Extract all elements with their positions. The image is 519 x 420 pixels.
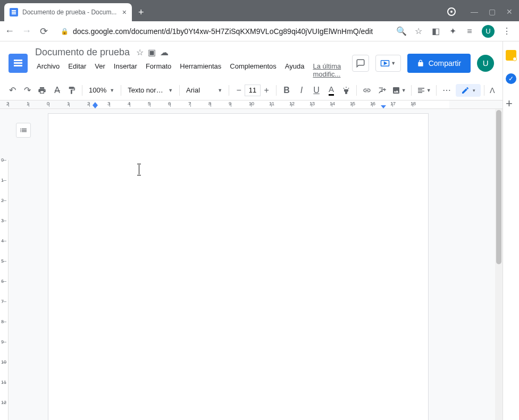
vertical-scrollbar[interactable] — [495, 109, 503, 420]
spellcheck-button[interactable]: A̶ — [50, 83, 64, 97]
star-icon[interactable]: ☆ — [136, 47, 144, 57]
bold-button[interactable]: B — [280, 83, 294, 97]
chevron-down-icon: ▼ — [217, 88, 222, 93]
horizontal-ruler[interactable]: 210123456789101112131415161718 — [0, 100, 503, 109]
extensions-icon[interactable]: ✦ — [448, 27, 457, 36]
editing-mode-button[interactable]: ▾ — [456, 84, 481, 97]
url-field[interactable]: 🔒 docs.google.com/document/d/1by0Yt4xw-5… — [55, 27, 390, 36]
font-size-control: − 11 + — [232, 84, 273, 97]
menu-insertar[interactable]: Insertar — [110, 60, 141, 80]
back-button[interactable]: ← — [4, 26, 15, 37]
translate-icon[interactable]: ◧ — [431, 27, 440, 36]
browser-tab[interactable]: Documento de prueba - Docum... × — [4, 3, 132, 21]
maximize-icon[interactable]: ▢ — [489, 7, 496, 16]
bookmark-star-icon[interactable]: ☆ — [414, 27, 423, 36]
comment-icon — [356, 58, 365, 68]
last-modification-link[interactable]: La última modific... — [309, 60, 346, 80]
font-value: Arial — [186, 86, 200, 94]
show-outline-button[interactable] — [16, 123, 31, 138]
scrollbar-thumb[interactable] — [496, 110, 501, 264]
forward-button[interactable]: → — [21, 26, 32, 37]
menu-ayuda[interactable]: Ayuda — [281, 60, 308, 80]
italic-button[interactable]: I — [295, 83, 308, 97]
minimize-icon[interactable]: — — [471, 7, 478, 16]
lock-icon — [417, 60, 424, 67]
highlight-button[interactable] — [339, 83, 353, 97]
lock-icon: 🔒 — [61, 28, 69, 35]
chevron-down-icon: ▼ — [426, 88, 431, 93]
menu-formato[interactable]: Formato — [142, 60, 175, 80]
tab-close-icon[interactable]: × — [122, 8, 127, 16]
menu-archivo[interactable]: Archivo — [33, 60, 63, 80]
add-addon-button[interactable]: + — [506, 97, 516, 107]
print-button[interactable] — [35, 83, 49, 97]
undo-button[interactable]: ↶ — [5, 83, 19, 97]
underline-button[interactable]: U — [309, 83, 323, 97]
zoom-dropdown[interactable]: 100% ▼ — [86, 83, 118, 97]
align-button[interactable]: ▼ — [415, 83, 433, 97]
reload-button[interactable]: ⟳ — [38, 26, 49, 37]
browser-menu-icon[interactable]: ⋮ — [502, 27, 512, 36]
move-folder-icon[interactable]: ▣ — [148, 47, 156, 57]
insert-link-button[interactable] — [360, 83, 374, 97]
chevron-down-icon: ▼ — [168, 88, 173, 93]
link-icon — [363, 86, 371, 95]
text-cursor — [139, 165, 139, 174]
font-size-decrease[interactable]: − — [233, 86, 245, 95]
chevron-down-icon: ▼ — [401, 88, 406, 93]
browser-tab-strip: Documento de prueba - Docum... × + — ▢ ✕ — [0, 0, 519, 21]
left-indent-marker[interactable] — [93, 105, 98, 108]
font-dropdown[interactable]: Arial ▼ — [183, 83, 225, 97]
print-icon — [38, 86, 46, 95]
chevron-down-icon: ▼ — [391, 61, 396, 66]
paint-format-button[interactable] — [65, 83, 79, 97]
keep-icon[interactable] — [506, 50, 516, 61]
docs-header: Documento de prueba ☆ ▣ ☁ Archivo Editar… — [0, 41, 503, 80]
insert-image-button[interactable]: ▼ — [390, 83, 408, 97]
menu-herramientas[interactable]: Herramientas — [176, 60, 225, 80]
font-size-increase[interactable]: + — [261, 86, 272, 95]
right-indent-marker[interactable] — [381, 105, 386, 108]
insert-comment-button[interactable] — [375, 83, 389, 97]
document-title[interactable]: Documento de prueba — [33, 46, 132, 59]
pencil-icon — [461, 86, 470, 95]
document-page[interactable] — [48, 113, 429, 420]
zoom-value: 100% — [89, 86, 106, 94]
zoom-icon[interactable]: 🔍 — [397, 27, 406, 36]
present-button[interactable]: ▼ — [375, 55, 401, 72]
comment-history-button[interactable] — [352, 55, 369, 72]
address-bar: ← → ⟳ 🔒 docs.google.com/document/d/1by0Y… — [0, 21, 519, 41]
cloud-status-icon[interactable]: ☁ — [160, 47, 169, 57]
share-button[interactable]: Compartir — [407, 54, 471, 73]
window-controls: — ▢ ✕ — [464, 7, 519, 21]
reading-list-icon[interactable]: ≡ — [465, 27, 474, 36]
image-icon — [392, 86, 400, 95]
account-avatar[interactable]: U — [477, 55, 494, 72]
menu-bar: Archivo Editar Ver Insertar Formato Herr… — [33, 60, 347, 80]
url-text: docs.google.com/document/d/1by0Yt4xw-5H7… — [73, 27, 373, 36]
browser-profile-icon[interactable] — [447, 7, 456, 16]
collapse-toolbar-button[interactable]: ᐱ — [488, 84, 497, 97]
browser-avatar[interactable]: U — [482, 25, 495, 38]
style-dropdown[interactable]: Texto norm... ▼ — [124, 83, 176, 97]
text-color-button[interactable]: A — [324, 83, 338, 97]
docs-logo-icon[interactable] — [9, 54, 28, 73]
new-tab-button[interactable]: + — [132, 7, 150, 18]
chevron-down-icon: ▾ — [473, 88, 475, 93]
toolbar: ↶ ↷ A̶ 100% ▼ Texto norm... ▼ Arial ▼ − … — [0, 80, 503, 100]
paint-roller-icon — [68, 86, 76, 95]
share-label: Compartir — [429, 59, 461, 68]
font-size-value[interactable]: 11 — [245, 85, 261, 96]
more-button[interactable]: ⋯ — [440, 83, 454, 97]
menu-editar[interactable]: Editar — [64, 60, 90, 80]
add-comment-icon — [378, 86, 386, 95]
tasks-icon[interactable]: ✓ — [506, 73, 516, 84]
menu-complementos[interactable]: Complementos — [226, 60, 280, 80]
side-panel: ✓ + — [503, 41, 519, 420]
vertical-ruler[interactable]: 012345678910111213141516 — [0, 109, 9, 420]
redo-button[interactable]: ↷ — [20, 83, 34, 97]
close-window-icon[interactable]: ✕ — [506, 7, 513, 16]
menu-ver[interactable]: Ver — [91, 60, 109, 80]
style-value: Texto norm... — [128, 86, 165, 94]
align-left-icon — [417, 86, 425, 95]
